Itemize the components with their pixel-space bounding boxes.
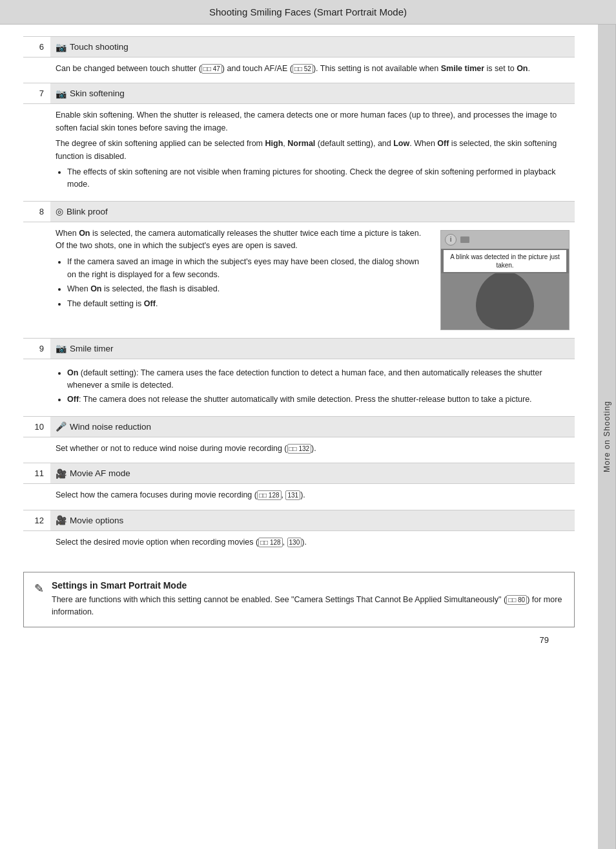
smile-timer-body: On (default setting): The camera uses th…	[50, 359, 575, 416]
table-row-body: When On is selected, the camera automati…	[23, 222, 575, 338]
blink-detected-msg: A blink was detected in the picture just…	[444, 250, 566, 272]
row-number: 11	[23, 463, 50, 483]
row-number: 7	[23, 83, 50, 103]
touch-shooting-body: Can be changed between touch shutter (□□…	[50, 58, 575, 83]
camera-thumb	[460, 236, 469, 243]
table-row-body: Set whether or not to reduce wind noise …	[23, 437, 575, 463]
skin-bullet-1: The effects of skin softening are not vi…	[67, 166, 570, 191]
row-number: 9	[23, 339, 50, 359]
person-silhouette	[476, 273, 534, 330]
table-row: 12 🎥 Movie options	[23, 510, 575, 530]
row-header: ◎ Blink proof	[50, 202, 575, 222]
table-row-body: Select the desired movie option when rec…	[23, 530, 575, 556]
camera-preview-image	[441, 273, 569, 330]
row-title: Smile timer	[70, 344, 114, 353]
blink-bullets: If the camera saved an image in which th…	[67, 256, 430, 310]
skin-para2: The degree of skin softening applied can…	[56, 138, 570, 163]
note-body: There are functions with which this sett…	[52, 594, 564, 619]
row-title: Movie AF mode	[70, 468, 130, 478]
high-bold: High	[265, 139, 283, 148]
side-tab: More on Shooting	[598, 25, 616, 849]
table-row-body: On (default setting): The camera uses th…	[23, 359, 575, 416]
row-number-empty	[23, 58, 50, 83]
row-number-empty	[23, 222, 50, 338]
row-number: 8	[23, 202, 50, 222]
row-header: 📷 Smile timer	[50, 339, 575, 359]
on-bold: On	[517, 64, 528, 73]
row-number: 6	[23, 37, 50, 57]
ref-80: □□ 80	[506, 595, 527, 605]
row-header: 📷 Touch shooting	[50, 37, 575, 57]
wind-noise-body: Set whether or not to reduce wind noise …	[50, 437, 575, 463]
on-bold: On	[79, 229, 90, 238]
row-header: 🎤 Wind noise reduction	[50, 417, 575, 437]
row-header: 📷 Skin softening	[50, 83, 575, 103]
table-row-body: Select how the camera focuses during mov…	[23, 483, 575, 509]
row-number-empty	[23, 104, 50, 200]
smile-bullet-1: On (default setting): The camera uses th…	[67, 367, 570, 392]
row-title: Blink proof	[67, 207, 108, 216]
page-header: Shooting Smiling Faces (Smart Portrait M…	[0, 0, 616, 25]
skin-softening-body: Enable skin softening. When the shutter …	[50, 104, 575, 200]
ref-47: □□ 47	[201, 64, 222, 74]
normal-bold: Normal	[287, 139, 315, 148]
ref-132: □□ 132	[287, 444, 312, 454]
row-title: Skin softening	[70, 89, 125, 98]
blink-bullet-1: If the camera saved an image in which th…	[67, 256, 430, 281]
skin-softening-icon: 📷	[56, 89, 67, 99]
table-row: 6 📷 Touch shooting	[23, 36, 575, 57]
table-row: 8 ◎ Blink proof	[23, 201, 575, 222]
blink-proof-body: When On is selected, the camera automati…	[50, 222, 575, 338]
main-content: 6 📷 Touch shooting Can be changed betwee…	[0, 25, 598, 849]
blink-proof-text: When On is selected, the camera automati…	[56, 227, 430, 330]
note-title: Settings in Smart Portrait Mode	[52, 580, 564, 591]
ref-131: 131	[285, 490, 300, 500]
blink-proof-icon: ◎	[56, 206, 63, 216]
row-title: Movie options	[70, 516, 123, 525]
blink-proof-flex: When On is selected, the camera automati…	[56, 227, 570, 330]
row-number-empty	[23, 531, 50, 556]
camera-topbar: i	[441, 231, 569, 249]
table-row-body: Can be changed between touch shutter (□□…	[23, 57, 575, 83]
row-number-empty	[23, 359, 50, 416]
ref-128: □□ 128	[257, 490, 282, 500]
smile-timer-bold: Smile timer	[441, 64, 484, 73]
ref-52: □□ 52	[293, 64, 313, 74]
ref-130: 130	[287, 538, 302, 547]
side-tab-label: More on Shooting	[602, 401, 611, 473]
row-number: 10	[23, 417, 50, 437]
row-number-empty	[23, 484, 50, 509]
note-content: Settings in Smart Portrait Mode There ar…	[52, 580, 564, 619]
smile-bullet-2: Off: The camera does not release the shu…	[67, 393, 570, 406]
low-bold: Low	[393, 139, 409, 148]
skin-bullets: The effects of skin softening are not vi…	[67, 166, 570, 191]
row-title: Wind noise reduction	[70, 422, 151, 432]
page-number: 79	[23, 627, 575, 651]
row-number: 12	[23, 510, 50, 530]
on-bold2: On	[90, 284, 101, 293]
table-row: 9 📷 Smile timer	[23, 338, 575, 359]
off-bold2: Off	[144, 299, 156, 308]
row-number-empty	[23, 437, 50, 463]
off-bold: Off	[437, 139, 449, 148]
table-row: 7 📷 Skin softening	[23, 83, 575, 103]
movie-options-icon: 🎥	[56, 515, 67, 525]
row-title: Touch shooting	[70, 42, 128, 52]
blink-bullet-2: When On is selected, the flash is disabl…	[67, 283, 430, 295]
row-header: 🎥 Movie options	[50, 510, 575, 530]
blink-bullet-3: The default setting is Off.	[67, 298, 430, 310]
ref-128b: □□ 128	[258, 538, 283, 547]
header-title: Shooting Smiling Faces (Smart Portrait M…	[209, 6, 407, 17]
row-header: 🎥 Movie AF mode	[50, 463, 575, 483]
table-row-body: Enable skin softening. When the shutter …	[23, 103, 575, 200]
movie-af-body: Select how the camera focuses during mov…	[50, 484, 575, 509]
page: Shooting Smiling Faces (Smart Portrait M…	[0, 0, 616, 849]
blink-intro: When On is selected, the camera automati…	[56, 227, 430, 253]
note-box: ✎ Settings in Smart Portrait Mode There …	[23, 572, 575, 627]
camera-preview: i A blink was detected in the picture ju…	[440, 230, 570, 330]
note-icon: ✎	[34, 582, 44, 596]
smile-timer-bullets: On (default setting): The camera uses th…	[67, 367, 570, 406]
touch-shooting-icon: 📷	[56, 42, 67, 52]
skin-para1: Enable skin softening. When the shutter …	[56, 109, 570, 134]
table-row: 11 🎥 Movie AF mode	[23, 463, 575, 483]
